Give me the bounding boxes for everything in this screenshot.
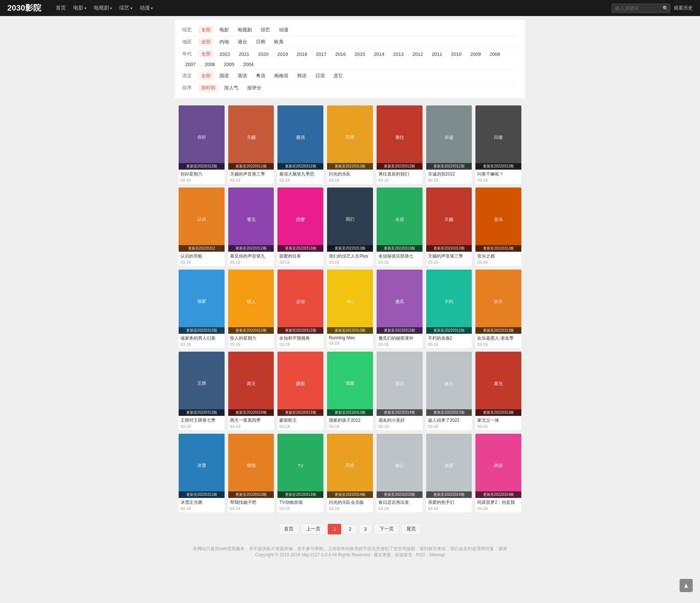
filter-tag-2020[interactable]: 2020 xyxy=(255,51,272,58)
show-card[interactable]: 天赐 更新至20220311期 天赐的声音第三季 03-19 xyxy=(228,105,274,184)
prev-page-button[interactable]: 上一页 xyxy=(301,523,326,535)
filter-tag-other-lang[interactable]: 其它 xyxy=(331,72,346,80)
filter-tag-2007[interactable]: 2007 xyxy=(182,61,199,68)
show-card[interactable]: 不朽 更新至20220312期 不朽的名曲2 03-19 xyxy=(426,270,472,348)
card-title: 王牌对王牌第七季 xyxy=(179,416,225,424)
nav-home[interactable]: 首页 xyxy=(56,5,66,11)
filter-tag-2015[interactable]: 2015 xyxy=(351,51,368,58)
show-card[interactable]: 欢乐 更新至20220313期 欢乐嘉墨人·老友季 03-19 xyxy=(475,270,521,348)
filter-tag-2021[interactable]: 2021 xyxy=(236,51,252,58)
show-card[interactable]: 看见 更新至20220312期 看见你的声音第九 03-19 xyxy=(228,188,274,266)
filter-tag-2022[interactable]: 2022 xyxy=(217,51,233,58)
show-card[interactable]: TV 更新至20220313期 TV动物农场 03-19 xyxy=(277,434,323,512)
filter-tag-2018[interactable]: 2018 xyxy=(294,51,310,58)
show-card[interactable]: 你好 更新至20220312期 你好星期六 03-19 xyxy=(179,105,225,184)
filter-tag-sort-popularity[interactable]: 按人气 xyxy=(221,84,241,92)
filter-tag-variety[interactable]: 综艺 xyxy=(258,26,273,34)
show-card[interactable]: 我家 更新至20220313期 我家的孩子2022 03-19 xyxy=(327,352,373,430)
filter-tag-sort-time[interactable]: 按时间 xyxy=(198,84,218,92)
filter-tag-hktw[interactable]: 港台 xyxy=(235,38,250,46)
nav-movies[interactable]: 电影 ▾ xyxy=(73,5,86,11)
card-badge: 更新至20220312期 xyxy=(426,327,472,334)
first-page-button[interactable]: 首页 xyxy=(279,523,299,535)
show-card[interactable]: 王牌 更新至20220313期 王牌对王牌第七季 03-19 xyxy=(179,352,225,430)
show-card[interactable]: 同床 更新至20220314期 同床异梦2：你是我 03-19 xyxy=(475,434,521,512)
page-3-button[interactable]: 3 xyxy=(359,524,372,534)
filter-tag-cantonese[interactable]: 粤语 xyxy=(253,72,268,80)
filter-tag-2010[interactable]: 2010 xyxy=(448,51,464,58)
filter-tag-sort-rating[interactable]: 按评分 xyxy=(244,84,264,92)
show-card[interactable]: 天赐 更新至20220313期 天赐的声音第三季 03-19 xyxy=(426,188,472,266)
filter-tag-korean[interactable]: 韩语 xyxy=(294,72,310,80)
filter-tag-2016[interactable]: 2016 xyxy=(332,51,349,58)
filter-tag-2017[interactable]: 2017 xyxy=(313,51,330,58)
filter-tag-tv[interactable]: 电视剧 xyxy=(235,26,255,34)
search-box[interactable]: 🔍 xyxy=(612,4,670,13)
show-card[interactable]: 傻瓜 更新至20220312期 傻瓜们的秘密课外 03-19 xyxy=(377,270,423,348)
show-card[interactable]: 甜蜜 更新至20220313期 甜蜜的任务 03-19 xyxy=(277,188,323,266)
show-card[interactable]: 闪光 更新至20220312期 闪光的乐队 03-19 xyxy=(327,105,373,184)
show-card[interactable]: 全知 更新至20220312期 全知和平预视角 03-19 xyxy=(277,270,323,348)
show-card[interactable]: 朋友 更新至20220314期 朋友的小美好 03-19 xyxy=(377,352,423,430)
card-placeholder: 非诚 xyxy=(426,105,472,170)
card-title: 闪光的乐队会员版 xyxy=(327,498,373,506)
show-card[interactable]: 名侦 更新至20220313期 名侦探俱乐部第七 03-19 xyxy=(377,188,423,266)
show-card[interactable]: 冰雪 更新至20220311期 冰雪正当燃 03-19 xyxy=(179,434,225,512)
filter-tag-2019[interactable]: 2019 xyxy=(275,51,291,58)
filter-tag-2012[interactable]: 2012 xyxy=(409,51,426,58)
show-card[interactable]: 最强 更新至20220312期 最强大脑第九季恐 03-19 xyxy=(277,105,323,184)
show-card[interactable]: 认识 更新至20220312 认识的哥船 03-19 xyxy=(179,188,225,266)
show-card[interactable]: 两天 更新至20220319期 两天一夜第四季 03-19 xyxy=(228,352,274,430)
show-card[interactable]: 春日 更新至20220315期 春日迟迟再出发 03-19 xyxy=(377,434,423,512)
filter-tag-2004[interactable]: 2004 xyxy=(240,61,257,68)
filter-tag-mandarin[interactable]: 国语 xyxy=(217,72,232,80)
filter-tag-2013[interactable]: 2013 xyxy=(390,51,407,58)
show-card[interactable]: 问着 更新至20220312期 问着干嘛呢？ 03-19 xyxy=(475,105,521,184)
show-card[interactable]: 闪光 更新至20220314期 闪光的乐队会员版 03-19 xyxy=(327,434,373,512)
show-card[interactable]: 做家 更新至20220312期 做家务的男人们第 03-19 xyxy=(179,270,225,348)
show-card[interactable]: 家兄 更新至20220313期 家兄父一体 03-19 xyxy=(475,352,521,430)
filter-tag-movie[interactable]: 电影 xyxy=(217,26,232,34)
show-card[interactable]: 帮我 更新至20220313期 帮我找媳子吧 03-19 xyxy=(228,434,274,512)
search-icon[interactable]: 🔍 xyxy=(662,5,668,11)
filter-tag-english[interactable]: 英语 xyxy=(235,72,250,80)
filter-tag-japanese[interactable]: 日语 xyxy=(312,72,328,80)
show-card[interactable]: 勇往 更新至20220312期 勇往直前的我们 03-19 xyxy=(377,105,423,184)
show-card[interactable]: 我们 更新至20220313期 我们的综艺人生Plus 03-19 xyxy=(327,188,373,266)
filter-tag-2009[interactable]: 2009 xyxy=(467,51,484,58)
next-page-button[interactable]: 下一页 xyxy=(374,523,399,535)
history-button[interactable]: 观看历史 xyxy=(674,5,693,11)
card-badge: 更新至20220312 xyxy=(179,245,225,252)
show-card[interactable]: 亲爱 更新至20220314期 亲爱的热手们 03-19 xyxy=(426,434,472,512)
filter-tag-region-all[interactable]: 全部 xyxy=(198,38,214,46)
filter-tag-2005[interactable]: 2005 xyxy=(221,61,237,68)
last-page-button[interactable]: 尾页 xyxy=(401,523,421,535)
filter-tag-2011[interactable]: 2011 xyxy=(429,51,445,58)
show-card[interactable]: 超人 更新至20220313期 超人回来了2022 03-19 xyxy=(426,352,472,430)
card-image: 欢乐 更新至20220313期 xyxy=(475,270,521,334)
filter-tag-lang-all[interactable]: 全部 xyxy=(198,72,214,80)
filter-tag-2014[interactable]: 2014 xyxy=(371,51,387,58)
filter-tag-minnan[interactable]: 闽南语 xyxy=(271,72,291,80)
filter-tag-anime[interactable]: 动漫 xyxy=(276,26,291,34)
filter-tag-year-all[interactable]: 全部 xyxy=(198,50,214,58)
filter-tag-japkorea[interactable]: 日韩 xyxy=(253,38,268,46)
show-card[interactable]: Ru 更新至20220313期 Running Man 03-19 xyxy=(327,270,373,348)
nav-variety[interactable]: 综艺 ▾ xyxy=(119,5,132,11)
nav-tv[interactable]: 电视剧 ▾ xyxy=(94,5,112,11)
logo[interactable]: 2030影院 xyxy=(7,3,41,13)
show-card[interactable]: 蒙面 更新至20220313期 蒙面歌王 03-19 xyxy=(277,352,323,430)
page-1-button[interactable]: 1 xyxy=(328,524,341,534)
filter-tag-all[interactable]: 全部 xyxy=(198,26,214,34)
show-card[interactable]: 惊人 更新至20220312期 惊人的星期六 03-19 xyxy=(228,270,274,348)
page-2-button[interactable]: 2 xyxy=(343,524,357,534)
filter-tag-2008[interactable]: 2008 xyxy=(487,51,503,58)
card-placeholder: 甜蜜 xyxy=(277,188,323,252)
nav-anime[interactable]: 动漫 ▾ xyxy=(140,5,153,11)
filter-tag-western[interactable]: 欧美 xyxy=(271,38,287,46)
search-input[interactable] xyxy=(615,5,662,11)
filter-tag-mainland[interactable]: 内地 xyxy=(217,38,232,46)
filter-tag-2006[interactable]: 2006 xyxy=(202,61,218,68)
show-card[interactable]: 音乐 更新至20220312期 音乐之都 03-19 xyxy=(475,188,521,266)
show-card[interactable]: 非诚 更新至20220312期 非诚勿扰2022 03-19 xyxy=(426,105,472,184)
